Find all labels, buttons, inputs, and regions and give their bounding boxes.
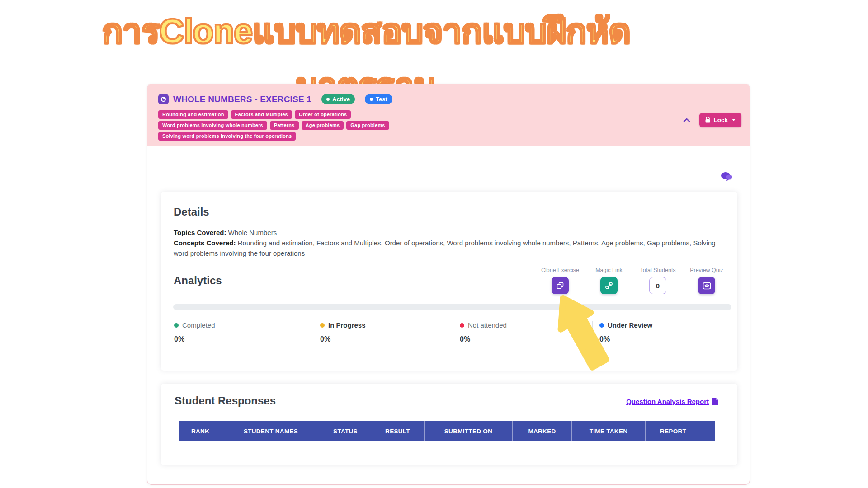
concept-tag: Solving word problems involving the four…	[158, 132, 296, 141]
column-report: REPORT	[646, 421, 701, 441]
details-heading: Details	[174, 206, 209, 218]
badge-dot	[370, 98, 373, 101]
column-submitted-on: SUBMITTED ON	[425, 421, 513, 441]
concept-tag: Age problems	[302, 121, 344, 130]
column-rank: RANK	[179, 421, 222, 441]
column-actions	[701, 421, 715, 441]
eye-icon	[703, 282, 711, 290]
lock-button[interactable]: Lock	[699, 113, 741, 127]
completion-progress-bar	[173, 304, 731, 310]
lock-icon	[705, 117, 710, 123]
under-review-dot	[599, 323, 604, 328]
link-icon	[605, 282, 613, 290]
responses-table-header: RANK STUDENT NAMES STATUS RESULT SUBMITT…	[179, 421, 715, 441]
completed-dot	[174, 323, 179, 328]
analytics-actions: Clone Exercise Magic Link	[536, 267, 731, 294]
exercise-header: WHOLE NUMBERS - EXERCISE 1 Active Test R…	[147, 84, 750, 146]
comments-icon[interactable]	[721, 172, 733, 183]
status-badge-test: Test	[365, 94, 392, 104]
clone-exercise-label: Clone Exercise	[541, 267, 579, 273]
column-marked: MARKED	[513, 421, 572, 441]
topics-covered: Topics Covered: Whole Numbers	[174, 227, 726, 238]
total-students-label: Total Students	[640, 267, 675, 273]
file-report-icon	[712, 397, 718, 405]
student-responses-heading: Student Responses	[175, 394, 276, 407]
column-time-taken: TIME TAKEN	[572, 421, 646, 441]
concept-tag: Order of operations	[295, 110, 351, 119]
column-student-names: STUDENT NAMES	[222, 421, 320, 441]
status-badge-active: Active	[321, 94, 355, 104]
legend-under-review: Under Review 0%	[592, 321, 732, 343]
magic-link-label: Magic Link	[595, 267, 623, 273]
legend-in-progress: In Progress 0%	[313, 321, 453, 343]
clone-icon	[556, 282, 564, 290]
column-result: RESULT	[371, 421, 425, 441]
question-analysis-report-link[interactable]: Question Analysis Report	[626, 397, 718, 405]
legend-not-attended: Not attended 0%	[453, 321, 592, 343]
concepts-covered: Concepts Covered: Rounding and estimatio…	[174, 238, 726, 258]
concept-tag: Patterns	[270, 121, 299, 130]
analytics-heading: Analytics	[174, 274, 222, 287]
concept-tag: Gap problems	[346, 121, 389, 130]
magic-link-button[interactable]	[600, 277, 618, 294]
not-attended-dot	[460, 323, 464, 328]
caret-down-icon	[732, 119, 736, 121]
exercise-title: WHOLE NUMBERS - EXERCISE 1	[173, 94, 311, 104]
concept-tag: Factors and Multiples	[231, 110, 292, 119]
analytics-legend: Completed 0% In Progress 0% Not attended…	[173, 321, 732, 343]
clone-exercise-button[interactable]	[552, 277, 569, 294]
concept-tag: Rounding and estimation	[158, 110, 228, 119]
preview-quiz-button[interactable]	[698, 277, 715, 294]
in-progress-dot	[320, 323, 325, 328]
exercise-card: WHOLE NUMBERS - EXERCISE 1 Active Test R…	[147, 84, 750, 485]
chevron-up-icon[interactable]	[683, 118, 690, 122]
exercise-icon	[158, 94, 169, 104]
badge-dot	[326, 98, 330, 101]
student-responses-panel: Student Responses Question Analysis Repo…	[161, 384, 737, 465]
concept-tag: Word problems involving whole numbers	[158, 121, 267, 130]
concept-tags: Rounding and estimation Factors and Mult…	[158, 110, 420, 141]
legend-completed: Completed 0%	[173, 321, 313, 343]
details-analytics-panel: Details Topics Covered: Whole Numbers Co…	[161, 192, 737, 371]
preview-quiz-label: Preview Quiz	[690, 267, 723, 273]
total-students-count: 0	[649, 277, 666, 294]
column-status: STATUS	[320, 421, 371, 441]
